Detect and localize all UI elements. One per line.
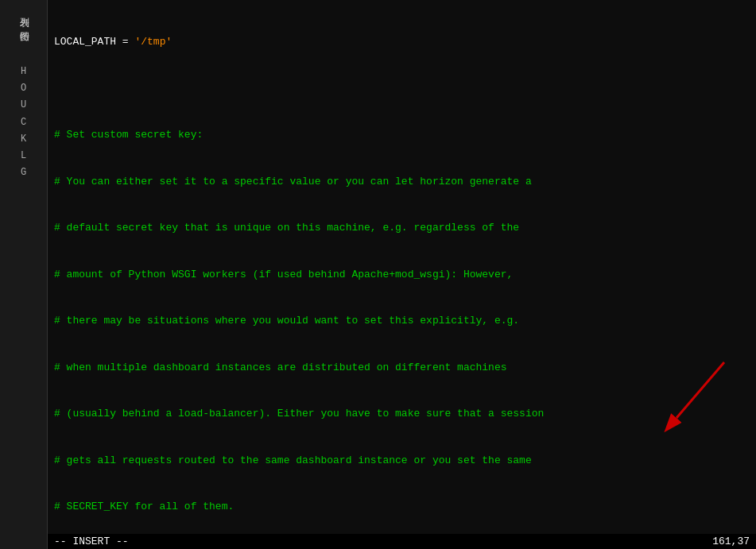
- sidebar-letter-l: L: [21, 148, 26, 164]
- cursor-position: 161,37: [712, 535, 750, 547]
- sidebar-letter-k: K: [21, 131, 26, 148]
- code-line: # gets all requests routed to the same d…: [54, 453, 750, 469]
- code-line: # (usually behind a load-balancer). Eith…: [54, 406, 750, 422]
- code-line: # amount of Python WSGI workers (if used…: [54, 267, 750, 283]
- code-editor[interactable]: LOCAL_PATH = '/tmp' # Set custom secret …: [48, 0, 756, 549]
- sidebar-letter-h: H: [21, 64, 26, 80]
- main-content: LOCAL_PATH = '/tmp' # Set custom secret …: [48, 0, 756, 549]
- sidebar-letter-o: O: [21, 80, 26, 97]
- code-line: # You can either set it to a specific va…: [54, 174, 750, 190]
- code-line: # default secret key that is unique on t…: [54, 220, 750, 236]
- sidebar-item-list[interactable]: 列表: [14, 3, 33, 17]
- sidebar-letter-c: C: [21, 114, 26, 131]
- red-arrow: [661, 354, 732, 434]
- sidebar: 列表 特图 H O U C K L G: [0, 0, 48, 549]
- code-line: # Set custom secret key:: [54, 127, 750, 143]
- sidebar-letter-u: U: [21, 97, 26, 114]
- insert-mode: -- INSERT --: [54, 535, 129, 547]
- code-line: # SECRET_KEY for all of them.: [54, 499, 750, 515]
- sidebar-letters: H O U C K L G: [21, 64, 26, 181]
- sidebar-item-map[interactable]: 特图: [14, 17, 33, 32]
- code-line: [54, 81, 750, 97]
- code-line: LOCAL_PATH = '/tmp': [54, 34, 750, 50]
- sidebar-letter-g: G: [21, 164, 26, 181]
- code-line: # when multiple dashboard instances are …: [54, 360, 750, 376]
- svg-line-1: [677, 362, 724, 418]
- code-line: # there may be situations where you woul…: [54, 313, 750, 329]
- status-bar: -- INSERT -- 161,37: [48, 534, 756, 549]
